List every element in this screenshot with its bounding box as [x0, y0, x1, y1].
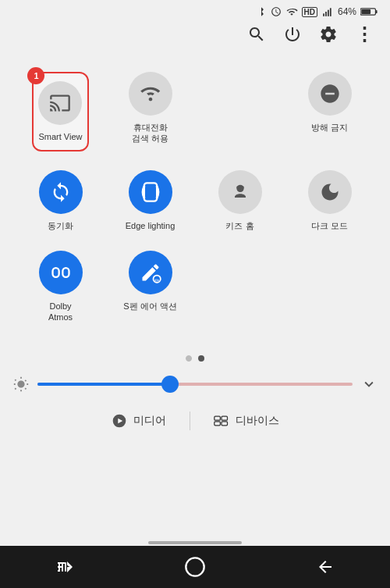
- page-dot-1[interactable]: [186, 355, 192, 362]
- action-bar: ⋮: [0, 20, 390, 55]
- tile-dark-mode[interactable]: 다크 모드: [285, 161, 374, 241]
- spen-icon-circle: ✏: [129, 251, 172, 294]
- brightness-icon: [12, 376, 30, 393]
- media-label: 미디어: [133, 414, 166, 428]
- kids-home-icon-circle: [218, 170, 262, 214]
- alarm-icon: [271, 6, 282, 17]
- nav-recents-icon[interactable]: [55, 558, 74, 576]
- expand-icon[interactable]: [360, 376, 378, 393]
- tile-smart-view[interactable]: 1 Smart View: [16, 62, 105, 161]
- svg-rect-7: [144, 184, 156, 201]
- status-icons: HD 64%: [256, 6, 378, 17]
- device-icon: [214, 413, 229, 429]
- tile-dolby[interactable]: DolbyAtmos: [16, 241, 105, 333]
- device-button[interactable]: 디바이스: [190, 408, 303, 433]
- brightness-thumb[interactable]: [161, 376, 179, 393]
- kids-home-label: 키즈 홈: [225, 220, 254, 231]
- svg-rect-3: [330, 8, 332, 16]
- tile-kids-home[interactable]: 키즈 홈: [195, 161, 285, 241]
- page-indicators: [0, 340, 390, 369]
- svg-point-8: [236, 185, 243, 192]
- dnd-label: 방해 금지: [311, 122, 348, 133]
- media-play-icon: [112, 413, 127, 429]
- tile-sync[interactable]: 동기화: [16, 161, 105, 241]
- sync-label: 동기화: [48, 220, 73, 231]
- tile-edge-lighting[interactable]: Edge lighting: [105, 161, 195, 241]
- smart-view-badge: 1: [27, 67, 44, 84]
- nav-bar-handle: [148, 541, 242, 544]
- media-device-row: 미디어 디바이스: [0, 399, 390, 440]
- brightness-row: [0, 369, 390, 399]
- hd-badge: HD: [302, 7, 317, 17]
- more-icon[interactable]: ⋮: [355, 23, 374, 45]
- hotspot-label: 휴대전화검색 허용: [132, 122, 168, 144]
- hotspot-icon-circle: [129, 72, 172, 116]
- smart-view-label: Smart View: [38, 131, 82, 142]
- power-icon[interactable]: [283, 25, 302, 44]
- svg-rect-10: [62, 268, 69, 277]
- svg-rect-17: [214, 422, 220, 426]
- svg-text:✏: ✏: [154, 276, 159, 283]
- tile-mobile-hotspot[interactable]: 휴대전화검색 허용: [105, 62, 195, 161]
- media-button[interactable]: 미디어: [88, 408, 190, 433]
- svg-rect-9: [52, 268, 58, 277]
- tile-empty: [195, 62, 285, 161]
- svg-rect-21: [65, 562, 66, 572]
- dolby-label: DolbyAtmos: [48, 301, 73, 323]
- svg-rect-2: [328, 10, 329, 16]
- brightness-fill: [37, 383, 170, 386]
- svg-rect-16: [222, 416, 228, 420]
- svg-rect-0: [323, 13, 324, 16]
- edge-lighting-label: Edge lighting: [126, 220, 176, 231]
- nav-home-icon[interactable]: [184, 556, 206, 578]
- settings-icon[interactable]: [319, 25, 338, 44]
- svg-rect-6: [361, 9, 370, 14]
- svg-point-22: [186, 558, 204, 576]
- dark-mode-label: 다크 모드: [311, 220, 348, 231]
- sync-icon-circle: [39, 170, 83, 214]
- svg-rect-15: [214, 416, 220, 420]
- brightness-slider-track[interactable]: [37, 383, 353, 386]
- tile-spen[interactable]: ✏ S펜 에어 액션: [105, 241, 195, 333]
- svg-rect-5: [376, 10, 378, 13]
- nav-back-icon[interactable]: [316, 558, 335, 576]
- dnd-icon-circle: [308, 72, 352, 116]
- device-label: 디바이스: [236, 414, 279, 428]
- svg-rect-20: [62, 562, 63, 572]
- smart-view-icon-circle: [38, 81, 82, 125]
- spen-label: S펜 에어 액션: [123, 301, 176, 312]
- signal-icon: [321, 6, 334, 17]
- svg-rect-18: [222, 422, 228, 426]
- svg-rect-1: [325, 12, 327, 16]
- battery-text: 64%: [338, 6, 356, 17]
- page-dot-2[interactable]: [198, 355, 204, 362]
- status-bar: HD 64%: [0, 0, 390, 20]
- svg-rect-19: [58, 562, 60, 572]
- battery-icon: [360, 7, 378, 16]
- nav-bar: [0, 546, 390, 588]
- dolby-icon-circle: [39, 251, 83, 294]
- bluetooth-icon: [256, 6, 267, 17]
- edge-lighting-icon-circle: [129, 170, 172, 214]
- dark-mode-icon-circle: [308, 170, 352, 214]
- quick-panel: 1 Smart View 휴대전화검색 허용 방해 금지: [0, 55, 390, 340]
- search-icon[interactable]: [247, 25, 266, 44]
- tile-dnd[interactable]: 방해 금지: [285, 62, 374, 161]
- wifi-icon: [285, 6, 298, 17]
